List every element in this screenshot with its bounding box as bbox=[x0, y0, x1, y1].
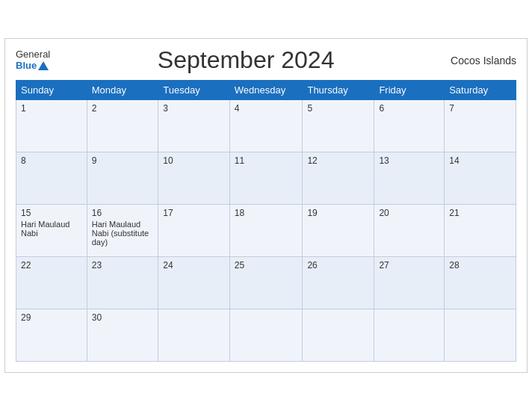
calendar-cell: 10 bbox=[158, 152, 229, 205]
day-number: 24 bbox=[163, 260, 224, 271]
day-number: 15 bbox=[21, 208, 82, 218]
day-number: 3 bbox=[163, 103, 224, 114]
day-number: 16 bbox=[92, 208, 154, 218]
day-number: 20 bbox=[379, 208, 439, 218]
day-number: 9 bbox=[92, 155, 154, 166]
calendar-cell: 30 bbox=[87, 309, 158, 362]
calendar-cell: 5 bbox=[303, 100, 374, 152]
calendar-cell: 13 bbox=[374, 152, 445, 205]
day-number: 19 bbox=[307, 208, 369, 218]
calendar-cell: 27 bbox=[374, 257, 445, 309]
day-number: 4 bbox=[235, 103, 298, 114]
calendar-cell: 2 bbox=[87, 100, 158, 152]
calendar-cell: 3 bbox=[158, 100, 229, 152]
calendar-container: General Blue September 2024 Cocos Island… bbox=[4, 38, 528, 373]
day-number: 1 bbox=[21, 103, 82, 114]
logo-general-text: General bbox=[16, 49, 50, 60]
calendar-cell: 18 bbox=[229, 205, 303, 257]
calendar-week-row: 1234567 bbox=[16, 100, 516, 152]
day-number: 8 bbox=[21, 155, 82, 166]
calendar-cell: 12 bbox=[303, 152, 374, 205]
header-tuesday: Tuesday bbox=[158, 81, 229, 100]
calendar-week-row: 15Hari Maulaud Nabi16Hari Maulaud Nabi (… bbox=[16, 205, 516, 257]
day-number: 10 bbox=[163, 155, 224, 166]
event-label: Hari Maulaud Nabi bbox=[21, 220, 82, 238]
calendar-cell: 1 bbox=[16, 100, 87, 152]
calendar-cell: 22 bbox=[16, 257, 87, 309]
day-number: 11 bbox=[235, 155, 298, 166]
day-number: 17 bbox=[163, 208, 224, 218]
calendar-week-row: 22232425262728 bbox=[16, 257, 516, 309]
logo-triangle-icon bbox=[38, 61, 49, 70]
day-number: 28 bbox=[449, 260, 511, 271]
calendar-cell: 23 bbox=[87, 257, 158, 309]
day-number: 13 bbox=[379, 155, 439, 166]
header-sunday: Sunday bbox=[16, 81, 87, 100]
day-number: 29 bbox=[21, 312, 82, 323]
calendar-cell: 28 bbox=[445, 257, 516, 309]
calendar-cell: 20 bbox=[374, 205, 445, 257]
calendar-week-row: 2930 bbox=[16, 309, 516, 362]
day-number: 18 bbox=[235, 208, 298, 218]
calendar-title: September 2024 bbox=[50, 46, 442, 74]
calendar-cell: 7 bbox=[445, 100, 516, 152]
day-number: 23 bbox=[92, 260, 154, 271]
calendar-cell bbox=[158, 309, 229, 362]
day-number: 22 bbox=[21, 260, 82, 271]
calendar-cell: 19 bbox=[303, 205, 374, 257]
calendar-cell: 25 bbox=[229, 257, 303, 309]
day-number: 2 bbox=[92, 103, 154, 114]
calendar-cell bbox=[445, 309, 516, 362]
day-number: 21 bbox=[449, 208, 511, 218]
header-thursday: Thursday bbox=[303, 81, 374, 100]
day-number: 7 bbox=[449, 103, 511, 114]
calendar-cell: 8 bbox=[16, 152, 87, 205]
header-friday: Friday bbox=[374, 81, 445, 100]
header-wednesday: Wednesday bbox=[229, 81, 303, 100]
calendar-cell bbox=[374, 309, 445, 362]
calendar-cell: 11 bbox=[229, 152, 303, 205]
calendar-cell: 4 bbox=[229, 100, 303, 152]
header-saturday: Saturday bbox=[445, 81, 516, 100]
calendar-cell: 14 bbox=[445, 152, 516, 205]
calendar-cell: 17 bbox=[158, 205, 229, 257]
region-label: Cocos Islands bbox=[442, 55, 516, 67]
calendar-cell: 29 bbox=[16, 309, 87, 362]
weekday-header-row: Sunday Monday Tuesday Wednesday Thursday… bbox=[16, 81, 516, 100]
day-number: 12 bbox=[307, 155, 369, 166]
calendar-cell: 16Hari Maulaud Nabi (substitute day) bbox=[87, 205, 158, 257]
day-number: 5 bbox=[307, 103, 369, 114]
day-number: 6 bbox=[379, 103, 439, 114]
logo-blue-text: Blue bbox=[16, 61, 49, 71]
day-number: 27 bbox=[379, 260, 439, 271]
logo: General Blue bbox=[16, 49, 50, 71]
calendar-cell: 26 bbox=[303, 257, 374, 309]
calendar-cell: 24 bbox=[158, 257, 229, 309]
calendar-cell: 9 bbox=[87, 152, 158, 205]
calendar-table: Sunday Monday Tuesday Wednesday Thursday… bbox=[16, 80, 516, 362]
calendar-cell: 21 bbox=[445, 205, 516, 257]
calendar-cell bbox=[229, 309, 303, 362]
day-number: 25 bbox=[235, 260, 298, 271]
calendar-week-row: 891011121314 bbox=[16, 152, 516, 205]
header: General Blue September 2024 Cocos Island… bbox=[16, 46, 516, 74]
calendar-cell bbox=[303, 309, 374, 362]
day-number: 14 bbox=[449, 155, 511, 166]
event-label: Hari Maulaud Nabi (substitute day) bbox=[92, 220, 154, 247]
day-number: 26 bbox=[307, 260, 369, 271]
calendar-cell: 15Hari Maulaud Nabi bbox=[16, 205, 87, 257]
day-number: 30 bbox=[92, 312, 154, 323]
header-monday: Monday bbox=[87, 81, 158, 100]
calendar-cell: 6 bbox=[374, 100, 445, 152]
